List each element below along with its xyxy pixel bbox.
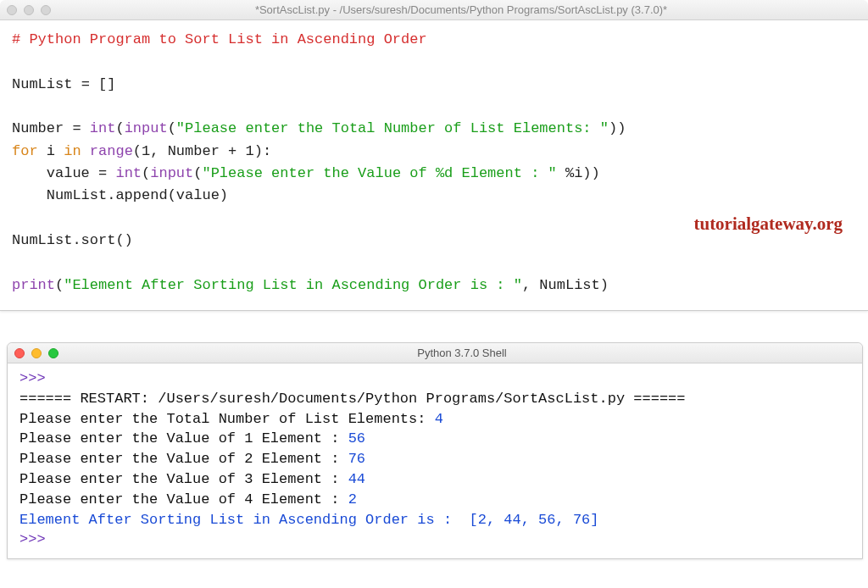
code-token: ): [254,143,271,159]
code-token: ( [193,165,202,181]
code-token: + [228,143,236,159]
shell-output[interactable]: >>> ====== RESTART: /Users/suresh/Docume… [8,363,862,558]
code-token: in [64,143,81,159]
code-token: int [90,120,116,136]
code-token: "Element After Sorting List in Ascending… [64,277,522,293]
shell-line: Please enter the Total Number of List El… [19,411,435,427]
minimize-icon[interactable] [31,348,42,358]
editor-window: *SortAscList.py - /Users/suresh/Document… [0,0,868,311]
shell-input: 2 [348,491,357,508]
editor-titlebar: *SortAscList.py - /Users/suresh/Document… [0,0,868,20]
code-token: % [565,165,574,181]
shell-restart: ====== RESTART: /Users/suresh/Documents/… [19,391,686,407]
code-token: print [12,277,55,293]
code-token: 1 [245,143,253,159]
code-token: , NumList) [522,277,609,293]
shell-input: 4 [435,411,443,427]
code-token [107,165,115,181]
shell-line: Please enter the Value of 2 Element : [19,451,348,467]
code-token: = [81,76,90,92]
code-token: ( [133,143,142,159]
code-token: 1 [142,143,150,159]
code-token: range [90,143,133,159]
code-editor[interactable]: # Python Program to Sort List in Ascendi… [0,20,868,310]
code-token [81,143,90,159]
code-token: i)) [574,165,600,181]
code-token: for [12,143,38,159]
code-token: )) [609,120,626,136]
shell-prompt: >>> [19,531,46,547]
shell-input: 76 [348,451,365,467]
editor-title: *SortAscList.py - /Users/suresh/Document… [61,3,861,16]
shell-result-label: Element After Sorting List in Ascending … [19,512,470,528]
shell-line: Please enter the Value of 1 Element : [19,430,348,447]
shell-input: 44 [348,471,365,487]
code-token [81,120,90,136]
code-comment: # Python Program to Sort List in Ascendi… [12,31,427,47]
editor-traffic-lights [7,5,51,15]
code-token: = [98,165,107,181]
code-token: int [115,165,142,181]
code-token: ( [142,165,150,181]
zoom-icon[interactable] [41,5,51,15]
code-token: input [125,120,168,136]
code-token: value [12,165,98,181]
close-icon[interactable] [7,5,17,15]
zoom-icon[interactable] [48,348,58,358]
code-token: NumList.append(value) [12,187,228,203]
code-token: Number [12,120,72,136]
code-token: ( [115,120,124,136]
watermark: tutorialgateway.org [693,214,843,235]
code-token: = [72,120,81,136]
code-token [236,143,245,159]
shell-prompt: >>> [19,370,46,386]
code-token: input [150,165,193,181]
code-token: [] [90,76,116,92]
close-icon[interactable] [14,348,25,358]
minimize-icon[interactable] [24,5,34,15]
code-token: NumList [12,76,81,92]
shell-result-value: [2, 44, 56, 76] [470,512,599,528]
shell-window: Python 3.7.0 Shell >>> ====== RESTART: /… [7,342,863,559]
shell-traffic-lights [14,348,58,358]
code-token: ( [168,120,176,136]
shell-input: 56 [348,430,365,447]
shell-titlebar: Python 3.7.0 Shell [8,343,862,363]
shell-title: Python 3.7.0 Shell [69,347,855,359]
code-token: i [38,143,64,159]
shell-line: Please enter the Value of 3 Element : [19,471,348,487]
code-token: , Number [150,143,228,159]
code-token: "Please enter the Total Number of List E… [176,120,609,136]
code-token: ( [55,277,64,293]
code-token: NumList.sort() [12,232,133,248]
code-token [557,165,565,181]
shell-line: Please enter the Value of 4 Element : [19,491,348,508]
code-token: "Please enter the Value of %d Element : … [202,165,556,181]
